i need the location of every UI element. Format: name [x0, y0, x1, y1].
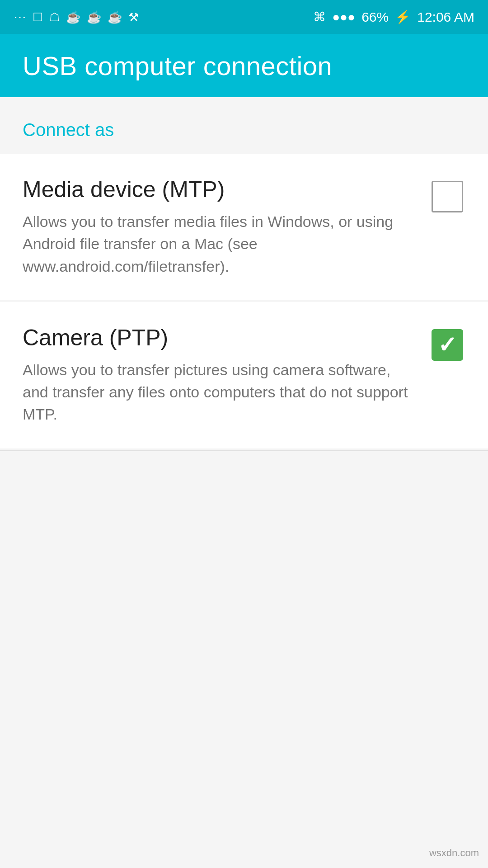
status-bar-left: ⋯ ☐ ☖ ☕ ☕ ☕ ⚒	[14, 11, 139, 24]
chat3-icon: ☕	[108, 11, 122, 23]
chat1-icon: ☕	[66, 11, 80, 23]
ptp-option-text: Camera (PTP) Allows you to transfer pict…	[23, 325, 432, 426]
section-title: Connect as	[23, 120, 114, 140]
ptp-option-title: Camera (PTP)	[23, 325, 413, 351]
wifi-icon: ⌘	[313, 11, 326, 24]
mtp-option[interactable]: Media device (MTP) Allows you to transfe…	[0, 154, 488, 300]
status-bar: ⋯ ☐ ☖ ☕ ☕ ☕ ⚒ ⌘ ●●● 66% ⚡ 12:06 AM	[0, 0, 488, 34]
mtp-checkbox[interactable]	[432, 181, 465, 215]
app-bar: USB computer connection	[0, 34, 488, 97]
app-bar-title: USB computer connection	[23, 51, 332, 81]
mtp-checkbox-empty	[432, 181, 463, 212]
pushbullet-icon: ☐	[33, 11, 43, 23]
time-display: 12:06 AM	[417, 9, 474, 25]
watermark: wsxdn.com	[429, 847, 479, 859]
ptp-option-desc: Allows you to transfer pictures using ca…	[23, 359, 413, 426]
ptp-checkbox-checked: ✓	[432, 329, 463, 361]
empty-space	[0, 451, 488, 868]
content-area: Connect as Media device (MTP) Allows you…	[0, 97, 488, 868]
status-bar-right: ⌘ ●●● 66% ⚡ 12:06 AM	[313, 9, 474, 25]
alarm-icon: ⚒	[128, 11, 139, 23]
section-header: Connect as	[0, 97, 488, 154]
signal-icon: ●●●	[332, 11, 355, 24]
whatsapp-icon: ☖	[49, 11, 60, 23]
ptp-option[interactable]: Camera (PTP) Allows you to transfer pict…	[0, 302, 488, 448]
mtp-option-text: Media device (MTP) Allows you to transfe…	[23, 176, 432, 278]
battery-icon: ⚡	[395, 11, 411, 24]
checkmark-icon: ✓	[438, 334, 457, 356]
mtp-option-desc: Allows you to transfer media files in Wi…	[23, 211, 413, 278]
mtp-option-title: Media device (MTP)	[23, 176, 413, 203]
chat2-icon: ☕	[87, 11, 101, 23]
battery-level: 66%	[361, 9, 389, 25]
notifications-icon: ⋯	[14, 11, 26, 24]
ptp-checkbox[interactable]: ✓	[432, 329, 465, 363]
